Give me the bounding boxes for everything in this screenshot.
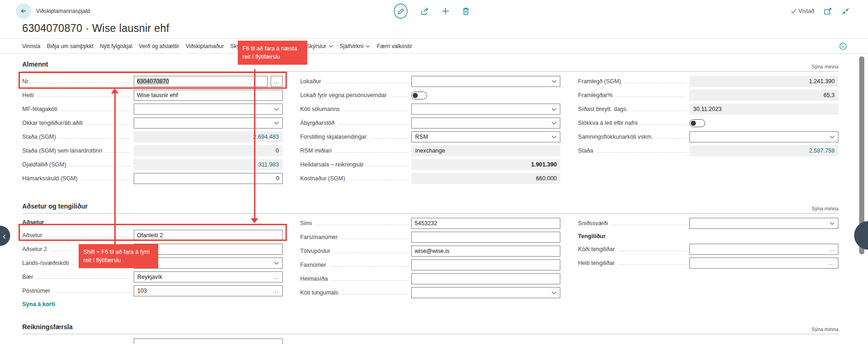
heiti-input[interactable] — [134, 90, 283, 101]
dotted-leader — [316, 225, 409, 225]
postnumer-input[interactable]: 103... — [134, 285, 283, 296]
chevron-down-icon — [274, 262, 279, 265]
dotted-leader — [341, 239, 409, 239]
kodi-tengilidar-input[interactable]: ... — [689, 244, 838, 255]
postnumer-assist-button[interactable]: ... — [273, 288, 279, 294]
faxnumer-input[interactable] — [411, 259, 560, 270]
menu-item-vidskiptamadur[interactable]: Viðskiptamaður — [186, 43, 224, 49]
field-row-farsimanumer: Farsímanúmer — [300, 230, 561, 244]
delete-button[interactable] — [462, 6, 470, 16]
show-on-map-link[interactable]: Sýna á korti — [22, 298, 283, 311]
framlegd-value: 1.241.390 — [689, 76, 838, 87]
clipped-input[interactable] — [134, 338, 283, 344]
abyrgdarstod-select[interactable] — [411, 117, 560, 129]
subheading-tengilidur: Tengiliður — [578, 230, 838, 242]
almennt-col2: Lokaður Lokað fyrir vegna persónuverndar… — [300, 74, 561, 185]
baer-assist-button[interactable]: ... — [273, 274, 279, 280]
show-less-link[interactable]: Sýna minna — [812, 206, 838, 211]
field-label: Kóti tungumáls — [300, 289, 339, 296]
back-button[interactable] — [16, 3, 31, 19]
menu-item-sjalfvirkni[interactable]: Sjálfvirkni — [340, 43, 370, 49]
collapse-icon[interactable] — [842, 7, 849, 15]
chevron-down-icon — [552, 80, 557, 83]
lokadur-select[interactable] — [411, 76, 560, 87]
field-row-baer: Bær Reykjavík... — [22, 270, 283, 284]
mf-felagakoti-select[interactable] — [134, 104, 283, 115]
slokkva-leit-toggle[interactable] — [689, 119, 705, 127]
field-row-clipped — [22, 337, 283, 344]
annotation-tooltip-shift-f6: Shift + F6 til að fara á fyrri reit í fl… — [79, 244, 158, 268]
page-title: 6304070870 · Wise lausnir ehf — [22, 22, 169, 35]
field-row-adsetur: Aðsetur — [22, 228, 283, 242]
heildarsala-value[interactable]: 1.901.390 — [411, 159, 560, 170]
farsimanumer-input[interactable] — [411, 232, 560, 243]
nr-input[interactable]: 6304070870 — [134, 76, 268, 87]
field-label: Slökkva á leit eftir nafni — [578, 120, 638, 126]
edit-button[interactable] — [393, 3, 408, 19]
koti-tungumals-select[interactable] — [411, 287, 560, 298]
koti-solumanns-select[interactable] — [411, 104, 560, 115]
check-icon — [791, 8, 797, 14]
field-label: Sniðssvæði — [578, 220, 608, 227]
show-less-link[interactable]: Sýna minna — [812, 64, 838, 69]
section-title: Aðsetur og tengiliður — [22, 201, 88, 211]
menu-item-skyrslur[interactable]: Skýrslur — [306, 43, 333, 49]
field-row-heiti-tengilidar: Heiti tengiliðar ... — [578, 256, 838, 270]
share-button[interactable] — [420, 7, 429, 16]
heiti-tengilidar-input[interactable]: ... — [689, 258, 838, 269]
field-row-faxnumer: Faxnúmer — [300, 258, 561, 272]
field-label: Póstnúmer — [22, 288, 50, 294]
kodi-tengilidar-assist-button[interactable]: ... — [829, 246, 835, 252]
field-label: Kóði tengiliðar — [578, 246, 614, 252]
lokad-personuverndar-toggle[interactable] — [411, 92, 427, 99]
show-less-link[interactable]: Sýna minna — [812, 326, 838, 332]
stada-sgm-value[interactable]: 2.694.483 — [134, 131, 283, 142]
annotation-tooltip-f6: F6 til að fara á næsta reit í flýtifærsl… — [238, 41, 307, 65]
simi-input[interactable] — [411, 218, 560, 229]
heiti-tengilidar-assist-button[interactable]: ... — [829, 260, 835, 266]
gjaldfallid-value[interactable]: 311.983 — [134, 159, 283, 170]
samningsflokkunarkoti-select[interactable] — [689, 131, 838, 142]
forstilling-select[interactable]: RSM — [411, 131, 560, 142]
chevron-down-icon — [274, 122, 279, 125]
field-label: Lokaður — [300, 78, 321, 85]
chevron-down-icon — [830, 222, 835, 225]
nr-assist-button[interactable]: ... — [271, 76, 283, 87]
section-title: Reikningsfærsla — [22, 322, 73, 332]
okkar-tengilidur-select[interactable] — [134, 117, 283, 129]
dotted-leader — [342, 294, 409, 295]
almennt-fields: Nr. 6304070870 ... Heiti MF-félagakóti O… — [0, 72, 868, 185]
field-label: Nr. — [22, 78, 30, 85]
section-title: Almennt — [22, 59, 48, 69]
baer-input[interactable]: Reykjavík... — [134, 271, 283, 283]
snidssvaedi-select[interactable] — [689, 218, 838, 229]
field-row-postnumer: Póstnúmer 103... — [22, 284, 283, 298]
section-header-almennt: Almennt Sýna minna — [22, 54, 838, 72]
dotted-leader — [349, 180, 409, 180]
menu-item-faerri-valkostir[interactable]: Færri valkostir — [377, 43, 412, 49]
field-label: Staða (SGM) sem lánardrottinn — [22, 147, 102, 154]
menu-item-vinnsla[interactable]: Vinnsla — [22, 43, 40, 49]
stada-value[interactable]: 2.587.758 — [689, 145, 838, 156]
popout-window-icon[interactable] — [824, 7, 832, 15]
dotted-leader — [625, 83, 687, 83]
field-row-mf-felagakoti: MF-félagakóti — [22, 102, 283, 116]
field-label: Tölvupóstur — [300, 248, 330, 254]
menu-item-verd-og-afslaettir[interactable]: Verð og afslættir — [139, 43, 179, 49]
framlegdar-prosent-value: 65,3 — [689, 90, 838, 101]
menu-item-bidja-um-samthykkt[interactable]: Biðja um samþykkt — [47, 43, 93, 49]
menu-item-nytt-fylgiskjal[interactable]: Nýtt fylgiskjal — [100, 43, 132, 49]
info-icon[interactable] — [839, 39, 847, 54]
dotted-leader — [106, 152, 131, 153]
field-label: Lands-/svæðiskóti — [22, 260, 69, 266]
tolvupostur-input[interactable] — [411, 246, 560, 257]
field-row-stada-sgm: Staða (SGM) 2.694.483 — [22, 130, 283, 144]
adsetur-input[interactable] — [134, 230, 283, 241]
new-button[interactable] — [441, 7, 450, 15]
hamarksskuld-input[interactable] — [134, 173, 283, 184]
field-row-framlegd: Framlegð (SGM) 1.241.390 — [578, 74, 838, 88]
heimasida-input[interactable] — [411, 273, 560, 284]
dotted-leader — [335, 152, 409, 153]
field-row-forstilling: Forstilling skjalasendingar RSM — [300, 130, 561, 144]
field-row-snidssvaedi: Sniðssvæði — [578, 216, 838, 230]
